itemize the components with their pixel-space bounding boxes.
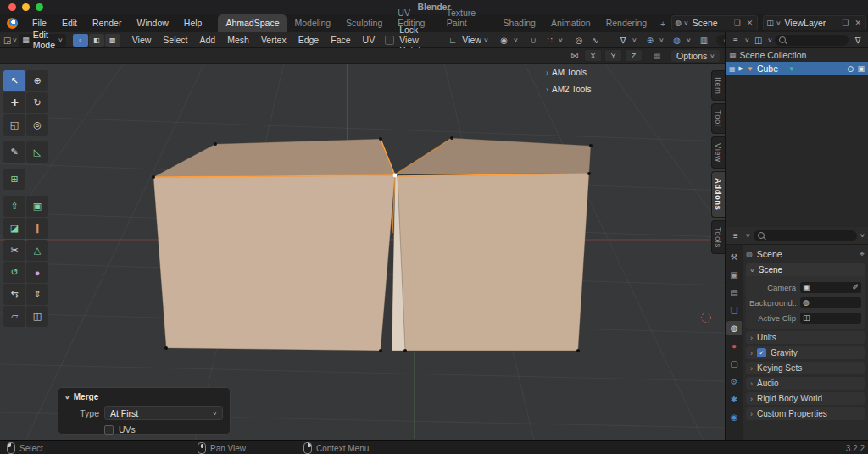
outliner-funnel-icon[interactable]: ∇ <box>851 36 865 45</box>
blender-logo-icon[interactable] <box>7 18 18 29</box>
menu-vertex[interactable]: Vertex <box>256 35 292 45</box>
tool-shear[interactable]: ▱ <box>3 306 25 327</box>
panel-custom-properties[interactable]: › Custom Properties <box>746 407 865 420</box>
menu-mesh[interactable]: Mesh <box>222 35 254 45</box>
tool-poly-build[interactable]: △ <box>26 240 48 261</box>
tab-output-properties[interactable]: ▤ <box>726 285 742 300</box>
tab-tool-properties[interactable]: ⚒ <box>726 250 742 264</box>
tab-viewlayer-properties[interactable]: ❏ <box>726 303 742 318</box>
tool-inset-faces[interactable]: ▣ <box>26 196 48 217</box>
viewlayer-selector[interactable]: ◫ ∨ ViewLayer ❏ ✕ <box>763 15 866 30</box>
edge-select-button[interactable]: ◧ <box>89 34 104 47</box>
active-clip-field[interactable]: ◫ <box>800 313 861 324</box>
tool-add-cube[interactable]: ⊞ <box>3 169 25 190</box>
falloff-curve-icon[interactable]: ∿ <box>588 36 602 45</box>
workspace-tab-sculpting[interactable]: Sculpting <box>338 14 390 32</box>
tool-transform[interactable]: ◎ <box>26 114 48 136</box>
workspace-tab-texture-paint[interactable]: Texture Paint <box>439 4 496 32</box>
tool-edge-slide[interactable]: ⇆ <box>3 284 25 305</box>
panel-keying-sets[interactable]: › Keying Sets <box>746 362 865 374</box>
pin-icon[interactable]: ⌖ <box>860 249 865 259</box>
outliner-filter-collection-icon[interactable]: ◫ <box>752 36 765 45</box>
mirror-y-button[interactable]: Y <box>604 49 622 62</box>
zoom-window-button[interactable] <box>36 3 43 11</box>
tool-extrude-region[interactable]: ⇧ <box>3 196 25 217</box>
tool-smooth[interactable]: ● <box>26 262 48 283</box>
viewport-3d[interactable]: ↖ ⊕ ✚ ↻ ◱ ◎ ✎ ◺ ⊞ ⇧ ▣ ◪ ∥ ✂ △ ↺ ● ⇆ ⇕ ▱ … <box>0 64 725 440</box>
merged-vertex-selected[interactable] <box>393 174 398 178</box>
transform-orientation-label[interactable]: View <box>462 35 481 45</box>
scene-selector[interactable]: ◍ ∨ Scene ❏ ✕ <box>671 15 758 30</box>
tool-scale[interactable]: ◱ <box>3 114 25 136</box>
outliner-row-scene-collection[interactable]: ▦ Scene Collection <box>726 48 868 62</box>
am-tools-panel-header[interactable]: › AM Tools <box>546 68 587 77</box>
merge-type-dropdown[interactable]: At First ∨ <box>104 406 223 420</box>
new-viewlayer-button[interactable]: ❏ <box>840 19 850 27</box>
snap-target-icon[interactable]: ∷ <box>542 36 556 45</box>
delete-viewlayer-button[interactable]: ✕ <box>853 19 863 27</box>
menu-render[interactable]: Render <box>85 18 129 28</box>
face-select-button[interactable]: ▩ <box>105 34 120 47</box>
lock-view-rotation-checkbox[interactable] <box>385 36 394 45</box>
mirror-x-button[interactable]: X <box>584 49 602 62</box>
tab-particle-properties[interactable]: ✱ <box>726 392 742 407</box>
eyedropper-icon[interactable]: ✐ <box>852 283 859 291</box>
collapse-panel-icon[interactable]: ∨ <box>64 394 70 401</box>
tool-cursor[interactable]: ⊕ <box>26 70 48 91</box>
tab-modifier-properties[interactable]: ⚙ <box>726 374 742 389</box>
outliner-display-mode-icon[interactable]: ≡ <box>729 36 743 45</box>
expand-icon[interactable]: ▶ <box>739 65 743 72</box>
outliner-search-input[interactable] <box>775 35 849 46</box>
tool-knife[interactable]: ✂ <box>3 240 25 261</box>
panel-units[interactable]: › Units <box>746 331 865 344</box>
snap-magnet-icon[interactable]: ∪ <box>526 36 540 45</box>
minimize-window-button[interactable] <box>22 3 30 11</box>
properties-editor-icon[interactable]: ≡ <box>729 231 743 241</box>
tool-measure[interactable]: ◺ <box>26 141 48 163</box>
sidebar-tab-view[interactable]: View <box>711 136 725 169</box>
add-workspace-button[interactable]: + <box>654 15 671 32</box>
camera-visibility-icon[interactable]: ▣ <box>857 64 865 73</box>
filter-funnel-icon[interactable]: ∇ <box>616 36 630 45</box>
background-scene-field[interactable]: ◍ <box>800 297 861 308</box>
tab-physics-properties[interactable]: ◉ <box>726 410 742 424</box>
tool-annotate[interactable]: ✎ <box>3 141 25 163</box>
delete-scene-button[interactable]: ✕ <box>745 19 755 27</box>
mode-selector[interactable]: ▦ Edit Mode ∨ <box>19 34 66 47</box>
sidebar-tab-addons[interactable]: Addons <box>711 171 725 217</box>
tab-world-properties[interactable]: ● <box>726 339 742 353</box>
tool-loop-cut[interactable]: ∥ <box>26 218 48 239</box>
sidebar-tab-tool[interactable]: Tool <box>711 103 725 133</box>
merge-operator-panel[interactable]: ∨ Merge Type At First ∨ UVs <box>58 387 231 435</box>
menu-help[interactable]: Help <box>176 18 210 28</box>
scene-panel-header[interactable]: ∨ Scene <box>746 263 865 276</box>
tab-object-properties[interactable]: ▢ <box>726 357 742 371</box>
breadcrumb-scene[interactable]: Scene <box>757 249 782 259</box>
tool-shrink-fatten[interactable]: ⇕ <box>26 284 48 305</box>
snap-grid-icon[interactable]: ▦ <box>650 51 664 60</box>
tool-rip-region[interactable]: ◫ <box>26 306 48 327</box>
menu-window[interactable]: Window <box>129 18 175 28</box>
am2-tools-panel-header[interactable]: › AM2 Tools <box>546 85 592 94</box>
workspace-tab-modeling[interactable]: Modeling <box>287 14 338 32</box>
panel-audio[interactable]: › Audio <box>746 377 865 390</box>
menu-add[interactable]: Add <box>195 35 221 45</box>
sidebar-tab-item[interactable]: Item <box>711 70 725 101</box>
workspace-tab-rendering[interactable]: Rendering <box>598 14 654 32</box>
proportional-editing-icon[interactable]: ◎ <box>572 36 586 45</box>
options-dropdown[interactable]: Options ∨ <box>671 50 720 62</box>
left-cube-front-face[interactable] <box>153 175 395 351</box>
light-object-indicator[interactable] <box>702 313 711 323</box>
tool-spin[interactable]: ↺ <box>3 262 25 283</box>
panel-gravity[interactable]: › ✓ Gravity <box>746 346 865 359</box>
camera-field[interactable]: ▣ ✐ <box>800 282 861 293</box>
menu-view[interactable]: View <box>127 35 157 45</box>
workspace-tab-ahmadspace[interactable]: AhmadSpace <box>218 14 287 32</box>
pivot-point-icon[interactable]: ◉ <box>498 36 511 45</box>
editor-type-icon[interactable]: ◲ <box>3 36 11 45</box>
left-cube-top-face[interactable] <box>153 139 395 177</box>
workspace-tab-shading[interactable]: Shading <box>495 14 543 32</box>
menu-file[interactable]: File <box>25 18 54 28</box>
panel-rigid-body-world[interactable]: › Rigid Body World <box>746 392 865 405</box>
vertex-select-button[interactable]: ▫ <box>73 34 88 47</box>
